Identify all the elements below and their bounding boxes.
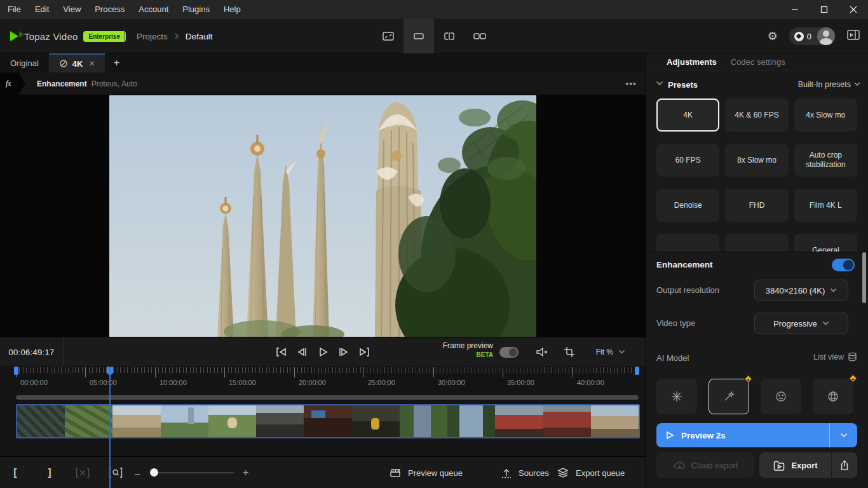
- skip-to-end-button[interactable]: [358, 346, 371, 358]
- panel-scrollbar[interactable]: [862, 252, 866, 303]
- view-fullscreen-button[interactable]: [373, 19, 403, 53]
- trim-in-button[interactable]: [: [8, 457, 23, 488]
- list-view-button[interactable]: List view: [813, 352, 857, 362]
- enhancement-toggle[interactable]: [832, 259, 855, 271]
- preset-source-select[interactable]: Built-In presets: [798, 80, 851, 89]
- timeline-thumbnail[interactable]: [17, 405, 65, 437]
- model-face-recovery-button[interactable]: [761, 379, 801, 414]
- preset-film-4k-l[interactable]: Film 4K L: [794, 189, 857, 222]
- timeline[interactable]: 00:00:00 05:00:00 10:00:00 15:00:00 20:0…: [0, 366, 646, 456]
- tab-codec-settings[interactable]: Codec settings: [731, 57, 785, 67]
- timeline-thumbnail[interactable]: [591, 405, 639, 437]
- timeline-thumbnail[interactable]: [65, 405, 112, 437]
- tab-close-icon[interactable]: ✕: [88, 59, 95, 68]
- clear-trim-button[interactable]: [74, 457, 92, 488]
- crop-button[interactable]: [563, 346, 576, 361]
- menu-file[interactable]: File: [0, 0, 28, 19]
- menu-view[interactable]: View: [56, 0, 88, 19]
- add-tab-button[interactable]: +: [105, 53, 128, 72]
- timeline-thumbnail[interactable]: [161, 405, 208, 437]
- model-enhancement-button[interactable]: [709, 379, 749, 414]
- cloud-export-button[interactable]: Cloud export: [656, 452, 754, 478]
- chevron-down-icon: [618, 349, 625, 355]
- video-type-select[interactable]: Progressive: [754, 313, 848, 334]
- model-grain-button[interactable]: [813, 379, 853, 414]
- settings-gear-icon[interactable]: ⚙: [768, 30, 778, 42]
- view-single-button[interactable]: [403, 19, 434, 53]
- preset-8x-slow-mo[interactable]: 8x Slow mo: [725, 144, 788, 177]
- preset-partial-2[interactable]: [725, 234, 788, 252]
- tab-adjustments[interactable]: Adjustments: [667, 57, 717, 67]
- timeline-thumbnail[interactable]: [352, 405, 400, 437]
- trim-out-button[interactable]: ]: [42, 457, 57, 488]
- timeline-thumbnail[interactable]: [208, 405, 256, 437]
- trim-out-handle[interactable]: [635, 367, 639, 375]
- brand-name: Topaz Video: [24, 31, 78, 42]
- timeline-thumbnail[interactable]: [256, 405, 304, 437]
- timeline-thumbnail[interactable]: [543, 405, 591, 437]
- play-button[interactable]: [316, 346, 329, 358]
- render-pending-icon: [59, 59, 68, 68]
- filter-menu-icon[interactable]: •••: [625, 79, 637, 89]
- view-side-by-side-button[interactable]: [465, 19, 495, 53]
- upload-sources-icon: [501, 467, 512, 478]
- frame-preview-toggle[interactable]: [499, 347, 519, 358]
- output-resolution-select[interactable]: 3840×2160 (4K): [754, 280, 848, 301]
- model-starlight-button[interactable]: [656, 379, 697, 414]
- timeline-thumbnail[interactable]: [495, 405, 543, 437]
- breadcrumb-projects[interactable]: Projects: [137, 32, 168, 41]
- preview-duration-dropdown[interactable]: [829, 423, 857, 447]
- clapperboard-icon: [389, 467, 402, 478]
- trim-in-handle[interactable]: [14, 367, 18, 375]
- preset-60fps[interactable]: 60 FPS: [656, 144, 719, 177]
- preset-4k[interactable]: 4K: [656, 98, 719, 132]
- menu-account[interactable]: Account: [132, 0, 175, 19]
- preview-queue-button[interactable]: Preview queue: [389, 457, 463, 488]
- avatar[interactable]: [817, 27, 835, 45]
- video-frame[interactable]: [109, 95, 536, 337]
- preset-4k-60fps[interactable]: 4K & 60 FPS: [725, 98, 788, 132]
- share-button[interactable]: [832, 452, 857, 478]
- filter-name: Enhancement: [37, 79, 87, 88]
- export-button[interactable]: Export: [759, 452, 832, 478]
- previous-frame-button[interactable]: [295, 346, 308, 358]
- next-frame-button[interactable]: [337, 346, 350, 358]
- menu-help[interactable]: Help: [217, 0, 248, 19]
- preset-4x-slow-mo[interactable]: 4x Slow mo: [794, 98, 857, 132]
- preset-general[interactable]: General: [794, 234, 857, 252]
- zoom-in-control[interactable]: +: [243, 457, 248, 488]
- close-button[interactable]: [839, 0, 868, 19]
- mute-button[interactable]: [535, 346, 549, 361]
- view-split-button[interactable]: [434, 19, 465, 53]
- fullscreen-icon: [382, 31, 395, 41]
- zoom-slider-knob[interactable]: [150, 468, 158, 477]
- preview-button[interactable]: Preview 2s: [656, 423, 857, 447]
- credits-pill[interactable]: 0: [789, 27, 835, 45]
- collapse-chevron-icon[interactable]: [656, 81, 663, 86]
- preset-auto-crop-stabilization[interactable]: Auto crop stabilization: [794, 144, 857, 177]
- preset-denoise[interactable]: Denoise: [656, 189, 719, 222]
- timeline-zoom-slider[interactable]: [150, 472, 234, 473]
- panel-toggle-button[interactable]: [846, 29, 860, 44]
- menu-plugins[interactable]: Plugins: [175, 0, 217, 19]
- zoom-fit-select[interactable]: Fit %: [596, 337, 625, 367]
- timeline-thumbnail[interactable]: [112, 405, 160, 437]
- timeline-thumbnail[interactable]: [400, 405, 447, 437]
- playhead-line[interactable]: [109, 367, 111, 488]
- skip-to-start-button[interactable]: [275, 346, 287, 358]
- zoom-out-control[interactable]: –: [135, 457, 140, 488]
- menu-edit[interactable]: Edit: [28, 0, 56, 19]
- sources-button[interactable]: Sources: [501, 457, 549, 488]
- ai-model-label: AI Model: [656, 353, 689, 363]
- ruler-label: 05:00:00: [90, 379, 117, 386]
- tab-original[interactable]: Original: [0, 53, 49, 72]
- timeline-thumbnail[interactable]: [304, 405, 351, 437]
- preset-fhd[interactable]: FHD: [725, 189, 788, 222]
- minimize-button[interactable]: [780, 0, 810, 19]
- export-queue-button[interactable]: Export queue: [557, 457, 625, 488]
- timeline-thumbnail[interactable]: [447, 405, 495, 437]
- menu-process[interactable]: Process: [88, 0, 132, 19]
- maximize-button[interactable]: [810, 0, 839, 19]
- preset-partial-1[interactable]: [656, 234, 719, 252]
- tab-4k[interactable]: 4K ✕: [49, 53, 105, 72]
